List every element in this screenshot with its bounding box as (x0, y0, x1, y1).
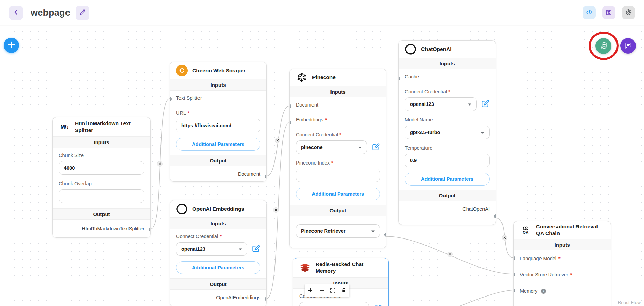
pinecone-index-input[interactable] (296, 169, 380, 182)
edge-delete-button[interactable] (273, 207, 279, 213)
connect-credential-field: Connect Credential* openai123 (399, 89, 496, 111)
chunk-size-field: Chunk Size (53, 153, 150, 175)
field-label: Temperature (405, 145, 432, 151)
add-node-button[interactable] (4, 38, 19, 53)
output-handle-htmltomarkdowntextsplitter[interactable] (149, 227, 151, 231)
flow-canvas[interactable]: M/↓ HtmlToMarkdown Text Splitter Inputs … (0, 25, 644, 306)
view-code-button[interactable] (583, 6, 596, 19)
edit-credential-button[interactable] (371, 142, 380, 152)
cheerio-icon: C (176, 65, 188, 76)
output-handle-pinecone-retriever[interactable] (384, 233, 386, 237)
gear-icon (625, 8, 632, 17)
chunk-overlap-input[interactable] (59, 189, 144, 203)
node-title: Cheerio Web Scraper (192, 67, 246, 74)
plus-icon (7, 40, 16, 50)
flowise-app: webpage (0, 0, 644, 306)
edit-credential-button[interactable] (481, 99, 490, 109)
node-cheerio-web-scraper[interactable]: C Cheerio Web Scraper Inputs Text Splitt… (170, 62, 267, 182)
additional-parameters-button[interactable]: Additional Parameters (296, 188, 380, 200)
chevron-down-icon (358, 145, 362, 150)
pencil-icon (79, 8, 86, 17)
fit-view-icon (330, 288, 336, 294)
node-title: ChatOpenAI (421, 46, 452, 53)
chunk-overlap-field: Chunk Overlap (53, 181, 150, 203)
export-database-button[interactable] (595, 38, 611, 54)
connect-credential-field: Connect Credential* openai123 (170, 234, 266, 256)
connect-credential-field: Connect Credential* pinecone (290, 132, 386, 154)
inputs-section-header: Inputs (170, 217, 266, 229)
chevron-left-icon (12, 8, 20, 17)
output-row: Document (170, 166, 266, 182)
settings-button[interactable] (622, 6, 635, 19)
credential-select[interactable]: openai123 (405, 97, 477, 111)
credential-select[interactable]: openai123 (176, 242, 247, 256)
field-label: Connect Credential (296, 132, 338, 137)
node-title: HtmlToMarkdown Text Splitter (75, 120, 144, 134)
chat-button[interactable] (620, 38, 636, 54)
node-header: OpenAI Embeddings (170, 200, 266, 217)
select-value: gpt-3.5-turbo (410, 130, 440, 135)
chunk-size-input[interactable] (59, 161, 144, 175)
additional-parameters-button[interactable]: Additional Parameters (176, 138, 260, 151)
edit-credential-button[interactable] (251, 244, 260, 254)
fit-view-button[interactable] (327, 284, 338, 297)
output-type-select[interactable]: Pinecone Retriever (296, 224, 380, 238)
output-handle-chatopenai[interactable] (494, 214, 496, 218)
react-flow-attribution: React Flow (618, 300, 641, 305)
node-htmltomarkdown-text-splitter[interactable]: M/↓ HtmlToMarkdown Text Splitter Inputs … (52, 117, 151, 238)
output-handle-openaiembeddings[interactable] (265, 297, 267, 301)
back-button[interactable] (9, 6, 23, 20)
lock-button[interactable] (338, 284, 349, 297)
pinecone-icon (296, 72, 307, 83)
edge-delete-button[interactable] (447, 252, 453, 257)
output-row: OpenAIEmbeddings (170, 290, 266, 305)
node-title: Conversational Retrieval QA Chain (536, 223, 605, 237)
canvas-controls (305, 284, 349, 297)
node-chatopenai[interactable]: ChatOpenAI Inputs Cache Connect Credenti… (398, 40, 496, 225)
edge-delete-button[interactable] (502, 235, 507, 241)
chat-message-icon (624, 41, 632, 51)
node-openai-embeddings[interactable]: OpenAI Embeddings Inputs Connect Credent… (170, 200, 267, 306)
output-section-header: Output (170, 278, 266, 290)
zoom-out-button[interactable] (316, 284, 327, 297)
additional-parameters-button[interactable]: Additional Parameters (176, 261, 260, 274)
edge-delete-button[interactable] (275, 138, 280, 143)
url-input[interactable] (176, 119, 260, 132)
select-value: pinecone (301, 145, 323, 150)
required-marker: * (220, 234, 222, 239)
info-icon[interactable]: i (541, 289, 546, 294)
edit-pencil-square-icon (373, 304, 382, 306)
inputs-section-header: Inputs (399, 58, 496, 69)
port-label: Memory (520, 288, 537, 294)
node-pinecone[interactable]: Pinecone Inputs Document Embeddings* Con… (289, 69, 386, 248)
input-port-row: Document (290, 97, 386, 112)
node-conversational-retrieval-qa-chain[interactable]: QA Conversational Retrieval QA Chain Inp… (513, 221, 611, 306)
input-port-row: Cache (399, 69, 496, 84)
field-label: Connect Credential (176, 234, 218, 239)
credential-select[interactable] (299, 302, 369, 306)
chevron-down-icon (468, 101, 472, 107)
credential-select[interactable]: pinecone (296, 140, 367, 154)
inputs-section-header: Inputs (290, 86, 386, 97)
model-name-select[interactable]: gpt-3.5-turbo (405, 126, 490, 139)
database-export-icon (599, 41, 608, 51)
field-label: Chunk Size (59, 153, 84, 158)
field-label: Pinecone Index (296, 160, 330, 166)
markdown-splitter-icon: M/↓ (59, 121, 70, 133)
top-bar: webpage (0, 0, 644, 25)
edit-credential-button[interactable] (373, 304, 382, 306)
zoom-in-button[interactable] (305, 284, 316, 297)
node-redis-backed-chat-memory[interactable]: Redis-Backed Chat Memory Inputs Connect … (293, 258, 389, 306)
temperature-input[interactable] (405, 154, 490, 167)
edit-pencil-square-icon (371, 142, 380, 152)
edit-pencil-square-icon (251, 244, 260, 254)
edit-title-button[interactable] (76, 6, 89, 20)
qa-chain-icon: QA (520, 224, 531, 236)
input-port-row: Language Model* (514, 250, 611, 267)
edge-delete-button[interactable] (157, 161, 163, 167)
field-label: Connect Credential (405, 89, 447, 94)
additional-parameters-button[interactable]: Additional Parameters (405, 173, 490, 186)
output-handle-document[interactable] (265, 174, 267, 178)
save-flow-button[interactable] (602, 6, 615, 19)
output-row: HtmlToMarkdownTextSplitter (53, 220, 150, 237)
